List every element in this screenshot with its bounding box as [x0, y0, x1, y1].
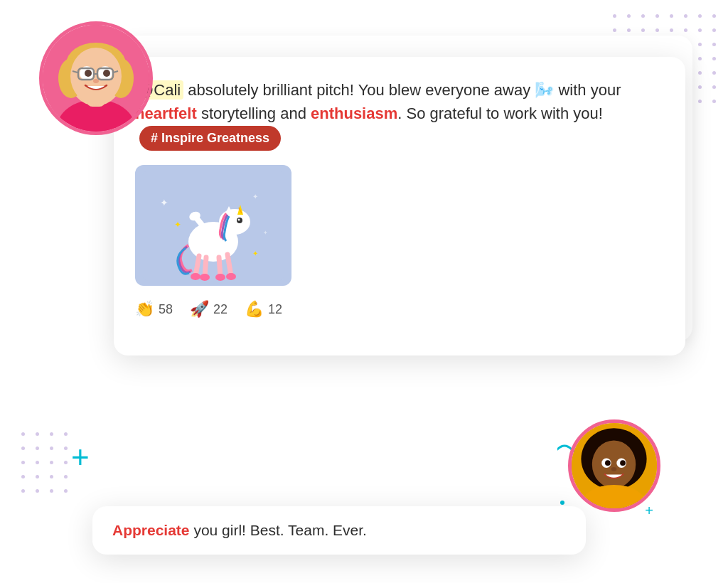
svg-text:✦: ✦: [252, 250, 258, 257]
clap-count: 58: [159, 302, 173, 317]
plus-icon-bottom-right: +: [645, 503, 653, 518]
reaction-muscle[interactable]: 💪 12: [245, 300, 282, 319]
svg-line-45: [205, 257, 206, 277]
svg-text:✦: ✦: [252, 193, 258, 200]
reply-highlight: Appreciate: [112, 522, 190, 538]
svg-line-44: [196, 256, 199, 276]
scene: +• + +: [0, 0, 728, 583]
reactions-row: 👏 58 🚀 22 💪 12: [135, 300, 664, 319]
reply-text: you girl! Best. Team. Ever.: [190, 522, 367, 538]
svg-text:✦: ✦: [263, 230, 268, 236]
muscle-count: 12: [268, 302, 282, 317]
reply-card: Appreciate you girl! Best. Team. Ever.: [92, 506, 586, 555]
svg-point-51: [226, 273, 236, 280]
svg-point-49: [200, 274, 210, 281]
svg-point-50: [215, 274, 225, 281]
recognition-text: @Cali absolutely brilliant pitch! You bl…: [135, 78, 664, 151]
hashtag-badge[interactable]: # Inspire Greatness: [139, 126, 281, 151]
rocket-count: 22: [213, 302, 228, 317]
svg-text:✦: ✦: [174, 220, 181, 230]
avatar-top-left: [39, 21, 153, 135]
rocket-emoji: 🚀: [190, 300, 209, 319]
dot-grid-bottom-left: [21, 432, 73, 498]
svg-line-47: [228, 255, 231, 276]
dot-accent-bottom: [560, 501, 564, 505]
svg-point-10: [85, 70, 92, 77]
unicorn-image-box: ✦ ✦ ✦: [135, 165, 291, 286]
avatar-bottom-right: [568, 419, 660, 512]
svg-line-46: [219, 257, 220, 277]
clap-emoji: 👏: [135, 300, 154, 319]
svg-point-26: [605, 460, 611, 466]
text-part-2: storytelling and: [197, 105, 311, 122]
reaction-clap[interactable]: 👏 58: [135, 300, 173, 319]
main-recognition-card: @Cali absolutely brilliant pitch! You bl…: [114, 57, 685, 355]
plus-icon-bottom-left: +: [71, 442, 90, 473]
svg-text:✦: ✦: [160, 197, 168, 208]
svg-point-40: [238, 218, 240, 220]
svg-point-11: [103, 70, 110, 77]
svg-point-27: [620, 460, 626, 466]
svg-point-23: [594, 444, 635, 487]
svg-point-28: [611, 466, 617, 471]
svg-point-17: [93, 79, 99, 83]
muscle-emoji: 💪: [245, 300, 264, 319]
text-part-1: absolutely brilliant pitch! You blew eve…: [183, 81, 621, 99]
highlight-enthusiasm: enthusiasm: [311, 105, 397, 122]
svg-point-48: [191, 273, 200, 280]
reaction-rocket[interactable]: 🚀 22: [190, 300, 228, 319]
text-part-3: . So grateful to work with you!: [397, 105, 603, 122]
